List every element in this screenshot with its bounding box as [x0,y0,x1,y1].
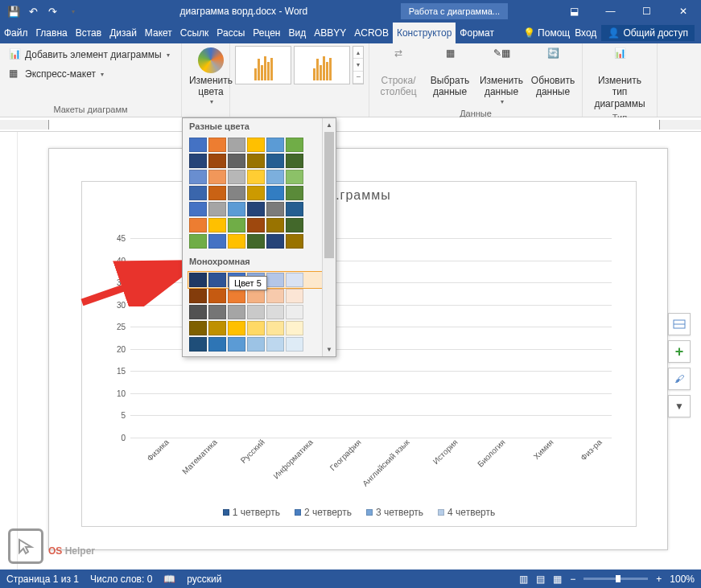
tab-acrobat[interactable]: ACROB [350,23,393,43]
color-swatch [286,138,303,152]
color-scheme-option[interactable] [189,321,329,335]
help-button[interactable]: 💡 Помощ [523,27,570,39]
color-swatch [208,138,226,152]
view-read-icon[interactable]: ▥ [519,574,528,585]
document-area[interactable]: ...граммы 051015202530354045 ФизикаМатем… [18,132,701,571]
color-swatch [208,154,226,168]
color-swatch [228,154,245,168]
color-scheme-option[interactable] [189,234,329,249]
color-swatch [228,138,245,152]
color-swatch [266,138,284,152]
color-swatch [189,154,207,168]
tab-file[interactable]: Файл [0,23,32,43]
status-language[interactable]: русский [187,574,221,585]
tab-format[interactable]: Формат [456,23,498,43]
view-web-icon[interactable]: ▦ [553,574,562,585]
redo-icon[interactable]: ↷ [43,2,61,20]
ribbon-group-type: 📊Изменить тип диаграммы Тип [583,43,658,117]
chart-style-1[interactable] [235,46,291,84]
window-title: диаграмма ворд.docx - Word [87,6,401,17]
color-swatch [189,273,207,287]
color-swatch [286,218,303,232]
tab-review[interactable]: Рецен [249,23,284,43]
dropdown-scrollbar[interactable]: ▲ ▼ [322,118,336,356]
zoom-in-icon[interactable]: + [656,574,662,585]
zoom-level[interactable]: 100% [670,574,695,585]
view-print-icon[interactable]: ▤ [536,574,545,585]
legend-item[interactable]: 4 четверть [438,507,495,518]
tab-constructor[interactable]: Конструктор [393,23,456,43]
scroll-down-icon[interactable]: ▼ [323,343,336,356]
color-swatch [247,154,265,168]
select-data-button[interactable]: ▦Выбрать данные [426,46,474,100]
legend-item[interactable]: 2 четверть [295,507,352,518]
ruler-horizontal[interactable] [0,117,701,132]
scrollbar-thumb[interactable] [324,132,334,258]
quick-layout-button[interactable]: ▦Экспресс-макет▾ [5,65,108,83]
ruler-vertical[interactable] [0,132,18,571]
chart-filter-button[interactable]: ▼ [668,395,691,417]
color-swatch [266,218,284,232]
status-spellcheck-icon[interactable]: 📖 [163,574,175,585]
ribbon-options-icon[interactable]: ⬓ [556,0,592,23]
share-button[interactable]: 👤 Общий доступ [601,25,695,41]
login-button[interactable]: Вход [575,27,596,39]
close-icon[interactable]: ✕ [665,0,701,23]
save-icon[interactable]: 💾 [5,2,23,20]
color-scheme-option[interactable] [189,337,329,352]
color-scheme-option[interactable] [189,202,329,216]
chart-filters-button[interactable]: 🖌 [668,368,691,390]
zoom-out-icon[interactable]: − [570,574,575,585]
undo-icon[interactable]: ↶ [24,2,42,20]
chart-object[interactable]: ...граммы 051015202530354045 ФизикаМатем… [81,181,637,527]
chart-legend: 1 четверть2 четверть3 четверть4 четверть [82,507,636,518]
color-swatch [247,321,265,335]
chart-styles-button[interactable]: + [668,340,691,363]
color-scheme-option[interactable] [189,186,329,200]
legend-item[interactable]: 1 четверть [223,507,280,518]
color-swatch [286,273,303,287]
color-scheme-option[interactable] [189,289,329,303]
tab-view[interactable]: Вид [284,23,310,43]
color-scheme-option[interactable] [189,170,329,184]
tab-references[interactable]: Ссылк [176,23,213,43]
ribbon: 📊Добавить элемент диаграммы▾ ▦Экспресс-м… [0,43,701,117]
tab-home[interactable]: Главна [32,23,72,43]
color-scheme-option[interactable] [189,218,329,232]
tab-mailings[interactable]: Рассы [212,23,249,43]
chart-style-2[interactable] [294,46,350,84]
window-controls: ⬓ — ☐ ✕ [556,0,701,23]
color-swatch [189,186,207,200]
tab-design[interactable]: Дизай [105,23,141,43]
color-scheme-option[interactable] [189,154,329,168]
color-scheme-option[interactable] [189,305,329,319]
change-colors-button[interactable]: Изменить цвета▾ [187,46,235,107]
status-page[interactable]: Страница 1 из 1 [6,574,79,585]
edit-data-icon: ✎▦ [489,47,514,73]
style-gallery-more[interactable]: ▴▾⎼ [353,46,364,84]
scroll-up-icon[interactable]: ▲ [323,118,336,132]
chart-title[interactable]: ...граммы [82,182,636,209]
tab-insert[interactable]: Встав [72,23,105,43]
plus-icon: + [675,343,684,360]
minimize-icon[interactable]: — [592,0,629,23]
status-words[interactable]: Число слов: 0 [90,574,152,585]
refresh-icon: 🔄 [540,47,566,73]
change-chart-type-button[interactable]: 📊Изменить тип диаграммы [588,46,652,111]
chart-elements-button[interactable] [668,313,691,335]
zoom-slider[interactable] [583,578,648,580]
add-chart-element-button[interactable]: 📊Добавить элемент диаграммы▾ [5,46,174,64]
tab-abbyy[interactable]: ABBYY [310,23,350,43]
tab-layout[interactable]: Макет [141,23,176,43]
refresh-data-button[interactable]: 🔄Обновить данные [529,46,577,100]
color-swatch [266,234,284,249]
color-scheme-option[interactable] [189,138,329,152]
switch-row-col-button[interactable]: ⇄Строка/ столбец [374,46,423,100]
color-swatch [228,170,245,184]
maximize-icon[interactable]: ☐ [629,0,665,23]
qat-more-icon[interactable]: ▾ [64,2,82,20]
edit-data-button[interactable]: ✎▦Изменить данные▾ [477,46,526,107]
color-swatch [189,202,207,216]
color-swatch [286,337,303,352]
legend-item[interactable]: 3 четверть [366,507,423,518]
